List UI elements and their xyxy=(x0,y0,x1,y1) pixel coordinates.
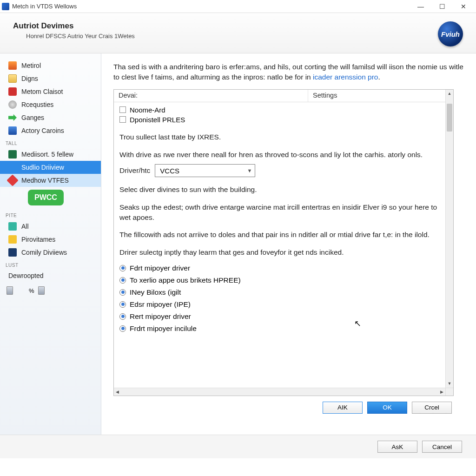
diamond-icon xyxy=(7,174,18,186)
brand-logo: Fviuh xyxy=(438,21,463,46)
radio-xerlio[interactable]: To xerlio appe ous brikets HPREE) xyxy=(119,274,440,286)
scroll-left-icon[interactable]: ◀ xyxy=(116,390,119,394)
checkbox-icon xyxy=(119,106,126,113)
para-seaks: Seaks up the edest; owth drive entarge w… xyxy=(119,202,440,222)
arrow-right-icon xyxy=(8,113,17,122)
radio-fdrt[interactable]: Fdrt mipoyer driver xyxy=(119,262,440,274)
window-controls: — ☐ ✕ xyxy=(410,0,474,13)
sidebar-item-all[interactable]: All xyxy=(0,220,101,233)
page-subtitle: Honrel DFSCS Autrio Yeur Crais 1Wetes xyxy=(13,33,438,40)
para-fillcowith: The fillcowith ads not arriive to doles … xyxy=(119,230,440,240)
radio-frdrt[interactable]: Frdrt mipoyer incilule xyxy=(119,323,440,335)
car-icon xyxy=(8,87,17,96)
horizontal-scrollbar[interactable]: ◀▶ xyxy=(114,388,445,396)
sidebar-item-rcequsties[interactable]: Rcequsties xyxy=(0,98,101,111)
sidebar: Metirol Digns Metom Claisot Rcequsties G… xyxy=(0,53,101,435)
cancel-button[interactable]: Crcel xyxy=(412,402,452,414)
zoom-slider[interactable]: % xyxy=(0,282,101,299)
list-icon xyxy=(8,222,17,231)
main-panel: Tha sed is with a andritering baro is er… xyxy=(101,53,476,435)
checkbox-dponistell[interactable]: Dponistell PRLES xyxy=(119,115,440,125)
sidebar-item-dewroopted[interactable]: Dewroopted xyxy=(0,270,101,282)
sidebar-item-sudlio[interactable]: Sudlio Driiview xyxy=(0,161,101,174)
box-icon xyxy=(8,61,17,70)
slider-value: % xyxy=(29,287,34,294)
ok-button[interactable]: OK xyxy=(367,402,407,414)
app-window-icon xyxy=(8,126,17,135)
ask-button[interactable]: AsK xyxy=(377,441,417,453)
driver-select[interactable]: VCCS ▼ xyxy=(155,164,255,177)
page-title: Autriot Devimes xyxy=(13,21,438,31)
radio-rert[interactable]: Rert mipoyer driver xyxy=(119,311,440,323)
checkbox-noome[interactable]: Noome-Ard xyxy=(119,105,440,115)
scroll-corner xyxy=(445,388,453,396)
aik-button[interactable]: AIK xyxy=(323,402,363,414)
sidebar-item-pirovitames[interactable]: Pirovitames xyxy=(0,233,101,246)
scroll-right-icon[interactable]: ▶ xyxy=(440,390,443,394)
checkbox-icon xyxy=(119,116,126,123)
inner-button-row: AIK OK Crcel xyxy=(113,396,466,419)
outer-button-row: AsK Cancel xyxy=(0,435,476,458)
chevron-down-icon: ▼ xyxy=(247,168,252,173)
star-icon xyxy=(8,235,17,244)
radio-icon xyxy=(119,301,126,308)
column-devai[interactable]: Devai: xyxy=(114,90,308,102)
sidebar-item-metirol[interactable]: Metirol xyxy=(0,59,101,72)
window-title: Metch in VTDS Wellows xyxy=(12,3,410,10)
sidebar-group-lust: LUST xyxy=(0,259,101,270)
vertical-scrollbar[interactable]: ▲ ▼ xyxy=(445,90,453,388)
close-button[interactable]: ✕ xyxy=(453,0,474,13)
para-ixres: Trou sullect last ttate by IXRES. xyxy=(119,132,440,142)
para-drirer: Drirer sulectg inptly thay learm that ge… xyxy=(119,247,440,258)
radio-iney[interactable]: INey Biloxs (igilt xyxy=(119,286,440,298)
folder-icon xyxy=(8,74,17,83)
intro-link[interactable]: icader arenssion pro xyxy=(313,73,378,81)
outer-cancel-button[interactable]: Cancel xyxy=(422,441,462,453)
sidebar-item-ganges[interactable]: Ganges xyxy=(0,111,101,124)
pwcc-badge: PWCC xyxy=(28,190,64,205)
audio-icon xyxy=(8,163,17,172)
radio-icon xyxy=(119,277,126,284)
maximize-button[interactable]: ☐ xyxy=(431,0,453,13)
dialog-footer: AsK Cancel xyxy=(0,435,476,458)
sidebar-item-actory[interactable]: Actory Caroins xyxy=(0,124,101,137)
para-drive-rwe: With drive as rwe nver there neall for h… xyxy=(119,150,440,160)
sidebar-item-mediisort[interactable]: Mediisort. 5 fellew xyxy=(0,148,101,161)
sidebar-group-tall: TALL xyxy=(0,137,101,148)
scroll-down-icon[interactable]: ▼ xyxy=(446,380,453,388)
para-selec: Selec diver divines to sun with the buil… xyxy=(119,185,440,195)
sidebar-item-comily[interactable]: Comily Diviiews xyxy=(0,246,101,259)
driver-select-value: VCCS xyxy=(160,167,179,175)
radio-edsr[interactable]: Edsr mipoyer (IPE) xyxy=(119,298,440,311)
radio-icon xyxy=(119,265,126,271)
panel-icon xyxy=(8,248,17,257)
driver-label: Driver/htc xyxy=(119,166,150,175)
radio-icon xyxy=(119,289,126,296)
scroll-up-icon[interactable]: ▲ xyxy=(446,90,453,98)
scroll-thumb[interactable] xyxy=(447,104,452,132)
radio-icon xyxy=(119,325,126,332)
settings-listbox: Devai: Settings Noome-Ard Dponistell PRL… xyxy=(113,89,454,396)
sidebar-group-pite: PITE xyxy=(0,209,101,220)
slider-handle-icon xyxy=(7,286,13,295)
list-header: Devai: Settings xyxy=(114,90,453,102)
sidebar-item-medhow[interactable]: Medhow VTFES xyxy=(0,174,101,187)
spreadsheet-icon xyxy=(8,150,17,159)
dialog-header: Autriot Devimes Honrel DFSCS Autrio Yeur… xyxy=(0,13,476,53)
app-icon xyxy=(2,3,9,10)
sidebar-item-metom[interactable]: Metom Claisot xyxy=(0,85,101,98)
intro-text: Tha sed is with a andritering baro is er… xyxy=(113,62,466,83)
minimize-button[interactable]: — xyxy=(410,0,431,13)
slider-handle-icon xyxy=(38,286,45,295)
window-titlebar: Metch in VTDS Wellows — ☐ ✕ xyxy=(0,0,476,13)
column-settings[interactable]: Settings xyxy=(308,90,453,102)
clock-icon xyxy=(8,100,17,109)
radio-icon xyxy=(119,313,126,320)
sidebar-item-digns[interactable]: Digns xyxy=(0,72,101,85)
